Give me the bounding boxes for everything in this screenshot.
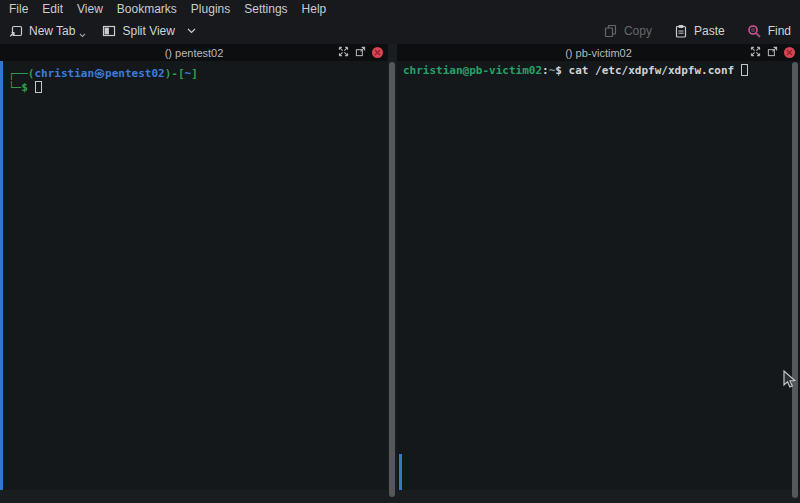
mouse-cursor (783, 370, 796, 393)
paste-button[interactable]: Paste (674, 24, 725, 38)
split-view-area: () pentest02 (0, 44, 800, 490)
close-pane-button[interactable] (372, 47, 383, 58)
menu-file[interactable]: File (9, 2, 28, 16)
menu-settings[interactable]: Settings (244, 2, 287, 16)
terminal-pane-pb-victim02: () pb-victim02 (397, 44, 800, 490)
close-pane-button[interactable] (784, 47, 795, 58)
menu-bookmarks[interactable]: Bookmarks (117, 2, 177, 16)
typed-command: cat /etc/xdpfw/xdpfw.conf (569, 64, 735, 77)
splitter-handle[interactable] (389, 62, 395, 497)
window-bottom-edge (0, 490, 800, 503)
prompt-user-host: christian㉿pentest02 (35, 67, 165, 80)
menu-view[interactable]: View (77, 2, 103, 16)
menu-plugins[interactable]: Plugins (191, 2, 230, 16)
copy-button[interactable]: Copy (604, 24, 652, 38)
detach-pane-icon[interactable] (355, 46, 366, 59)
maximize-pane-icon[interactable] (750, 46, 761, 59)
pane-header-right[interactable]: () pb-victim02 (397, 44, 800, 61)
split-view-label: Split View (122, 24, 174, 38)
find-icon (747, 24, 762, 39)
toolbar: New Tab Split View (0, 18, 800, 44)
new-tab-icon (9, 24, 23, 38)
new-tab-menu-caret-icon (79, 33, 86, 38)
paste-icon (674, 24, 688, 38)
terminal-pane-pentest02: () pentest02 (0, 44, 388, 490)
menu-edit[interactable]: Edit (42, 2, 63, 16)
prompt-symbol: └─$ (8, 81, 28, 94)
scrollbar-right-pane-thumb[interactable] (399, 454, 402, 490)
toolbar-right-group: Copy Paste (582, 24, 791, 39)
prompt-user-host: christian@pb-victim02 (403, 64, 542, 77)
paste-label: Paste (694, 24, 725, 38)
copy-icon (604, 24, 618, 38)
right-edge-handle[interactable] (792, 62, 798, 498)
pane-title-right: () pb-victim02 (565, 47, 632, 59)
pane-header-left-icons (338, 44, 383, 61)
close-icon (786, 49, 793, 56)
terminal-cursor (741, 64, 748, 76)
terminal-right[interactable]: christian@pb-victim02:~$ cat /etc/xdpfw/… (397, 61, 800, 490)
pane-splitter[interactable] (388, 44, 397, 490)
pane-header-left[interactable]: () pentest02 (0, 44, 388, 61)
pane-header-right-icons (750, 44, 795, 61)
scrollbar-left-pane[interactable] (0, 61, 3, 490)
menu-bar: File Edit View Bookmarks Plugins Setting… (0, 0, 800, 18)
detach-pane-icon[interactable] (767, 46, 778, 59)
maximize-pane-icon[interactable] (338, 46, 349, 59)
menu-help[interactable]: Help (302, 2, 327, 16)
prompt-line: christian@pb-victim02:~$ cat /etc/xdpfw/… (403, 64, 796, 78)
split-view-icon (102, 24, 116, 38)
terminal-cursor (35, 81, 42, 93)
konsole-window: File Edit View Bookmarks Plugins Setting… (0, 0, 800, 503)
terminal-left[interactable]: ┌──(christian㉿pentest02)-[~] └─$ (0, 61, 388, 490)
prompt-line-1: ┌──(christian㉿pentest02)-[~] (8, 67, 384, 81)
prompt-line-2: └─$ (8, 81, 384, 95)
new-tab-label: New Tab (29, 24, 75, 38)
new-tab-button[interactable]: New Tab (9, 24, 86, 38)
prompt-separator: : (542, 64, 549, 77)
copy-label: Copy (624, 24, 652, 38)
chevron-down-icon (187, 28, 196, 34)
prompt-decor: )-[ (165, 67, 185, 80)
find-button[interactable]: Find (747, 24, 791, 39)
pane-title-left: () pentest02 (165, 47, 224, 59)
prompt-symbol: $ (555, 64, 568, 77)
split-view-button[interactable]: Split View (102, 24, 195, 38)
prompt-decor: ┌──( (8, 67, 35, 80)
close-icon (374, 49, 381, 56)
prompt-decor: ] (191, 67, 198, 80)
find-label: Find (768, 24, 791, 38)
